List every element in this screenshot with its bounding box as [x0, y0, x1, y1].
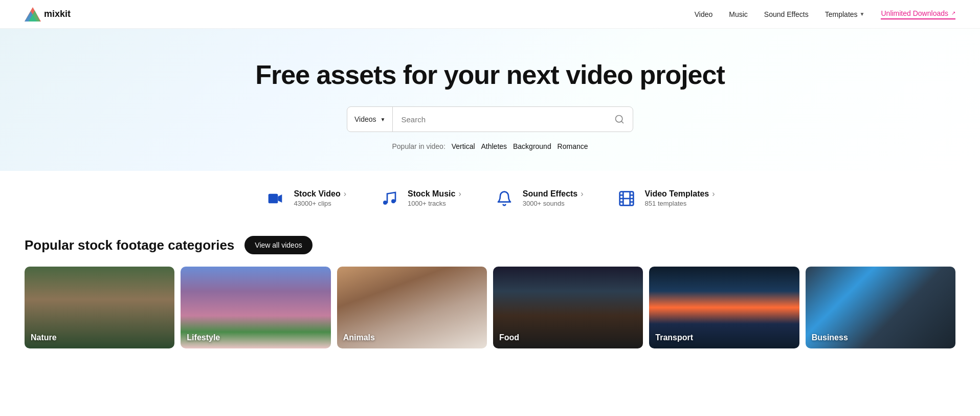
view-all-button[interactable]: View all videos — [244, 236, 312, 254]
chevron-right-icon: › — [344, 189, 346, 199]
search-icon — [614, 114, 625, 124]
search-type-chevron-icon: ▼ — [381, 117, 386, 122]
bell-icon — [494, 190, 515, 207]
video-card-transport[interactable]: Transport — [649, 267, 799, 348]
nav-unlimited-downloads[interactable]: Unlimited Downloads ↗ — [881, 9, 955, 19]
hero-section: Free assets for your next video project … — [0, 29, 980, 171]
category-stock-music[interactable]: Stock Music › 1000+ tracks — [379, 189, 461, 207]
video-card-animals-label: Animals — [343, 333, 375, 342]
search-type-selector[interactable]: Videos ▼ — [347, 107, 393, 132]
popular-title: Popular stock footage categories — [25, 237, 234, 253]
popular-section: Popular stock footage categories View al… — [0, 226, 980, 348]
tag-athletes[interactable]: Athletes — [481, 142, 507, 150]
category-stock-video[interactable]: Stock Video › 43000+ clips — [265, 189, 346, 207]
logo[interactable]: mixkit — [25, 7, 71, 21]
chevron-right-icon: › — [581, 189, 583, 199]
video-card-food[interactable]: Food — [493, 267, 643, 348]
nav-sound-effects[interactable]: Sound Effects — [764, 10, 809, 18]
chevron-right-icon: › — [712, 189, 715, 199]
svg-marker-6 — [278, 194, 282, 203]
search-button[interactable] — [606, 114, 633, 124]
nav-music[interactable]: Music — [729, 10, 748, 18]
chevron-right-icon: › — [458, 189, 461, 199]
svg-line-4 — [621, 121, 623, 123]
svg-rect-5 — [269, 193, 278, 203]
logo-text: mixkit — [44, 9, 71, 19]
video-card-lifestyle-label: Lifestyle — [187, 333, 220, 342]
tag-romance[interactable]: Romance — [558, 142, 588, 150]
navbar: mixkit Video Music Sound Effects Templat… — [0, 0, 980, 29]
video-card-animals[interactable]: Animals — [337, 267, 487, 348]
video-card-food-label: Food — [499, 333, 519, 342]
nav-templates[interactable]: Templates ▼ — [825, 10, 865, 18]
nav-video[interactable]: Video — [695, 10, 713, 18]
music-icon — [379, 190, 399, 207]
video-card-lifestyle[interactable]: Lifestyle — [181, 267, 330, 348]
search-input[interactable] — [393, 115, 606, 124]
templates-chevron-icon: ▼ — [860, 11, 865, 17]
video-card-business-label: Business — [812, 333, 848, 342]
nav-links: Video Music Sound Effects Templates ▼ Un… — [695, 9, 955, 19]
tag-vertical[interactable]: Vertical — [452, 142, 475, 150]
video-card-nature[interactable]: Nature — [25, 267, 174, 348]
category-sound-effects[interactable]: Sound Effects › 3000+ sounds — [494, 189, 584, 207]
video-grid: Nature Lifestyle Animals Food Transport … — [25, 267, 955, 348]
popular-tags: Popular in video: Vertical Athletes Back… — [25, 142, 955, 150]
hero-headline: Free assets for your next video project — [25, 59, 955, 90]
svg-point-7 — [383, 201, 387, 205]
svg-point-8 — [391, 199, 395, 203]
video-card-transport-label: Transport — [655, 333, 693, 342]
popular-header: Popular stock footage categories View al… — [25, 236, 955, 254]
tag-background[interactable]: Background — [513, 142, 551, 150]
search-bar: Videos ▼ — [347, 106, 633, 132]
video-icon — [265, 190, 285, 207]
category-video-templates[interactable]: Video Templates › 851 templates — [616, 189, 715, 207]
video-card-nature-label: Nature — [31, 333, 57, 342]
video-card-business[interactable]: Business — [806, 267, 955, 348]
film-icon — [616, 190, 637, 207]
external-link-icon: ↗ — [951, 10, 955, 16]
categories-strip: Stock Video › 43000+ clips Stock Music ›… — [0, 171, 980, 226]
